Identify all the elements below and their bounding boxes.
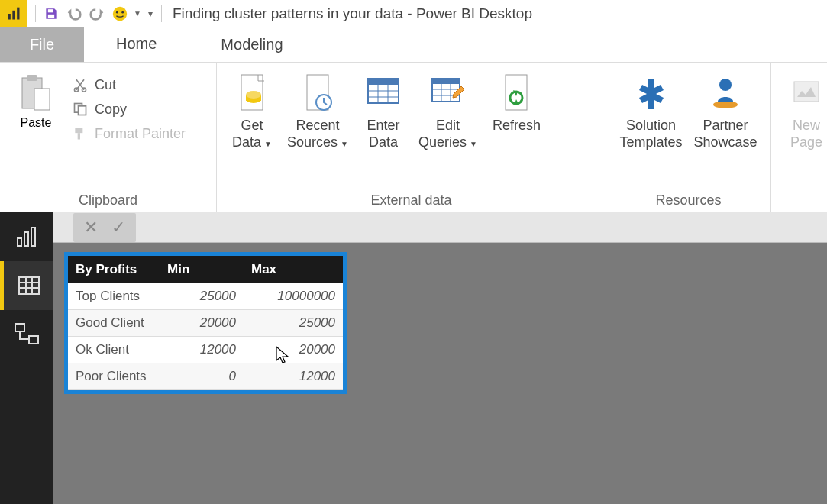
refresh-icon xyxy=(501,73,531,111)
report-view-icon xyxy=(15,225,39,249)
report-view-button[interactable] xyxy=(0,212,53,261)
external-data-group: Get Data▼ Recent Sources▼ Enter Data Edi… xyxy=(217,63,606,212)
cut-button[interactable]: Cut xyxy=(67,75,190,95)
cut-label: Cut xyxy=(95,77,116,93)
svg-rect-30 xyxy=(432,79,460,84)
save-icon xyxy=(44,6,59,21)
external-data-group-label: External data xyxy=(225,189,598,210)
svg-point-7 xyxy=(121,11,124,13)
qat-dropdown[interactable]: ▼ xyxy=(132,3,143,24)
svg-rect-47 xyxy=(15,324,24,331)
clipboard-group: Paste Cut Copy Format Painter Clipboard xyxy=(0,63,217,212)
svg-rect-4 xyxy=(48,14,54,17)
col-min[interactable]: Min xyxy=(160,256,244,283)
svg-point-37 xyxy=(719,79,732,91)
formula-bar[interactable]: ✕ ✓ xyxy=(53,212,827,243)
recent-sources-icon xyxy=(302,73,333,111)
cell-max[interactable]: 10000000 xyxy=(244,283,343,310)
formula-controls: ✕ ✓ xyxy=(73,213,136,242)
cell-label[interactable]: Poor Clients xyxy=(68,363,160,390)
paste-button[interactable]: Paste xyxy=(8,67,64,130)
svg-point-6 xyxy=(116,11,118,13)
undo-icon xyxy=(66,5,82,22)
solution-templates-button[interactable]: Solution Templates xyxy=(614,67,688,153)
app-logo xyxy=(0,0,27,27)
new-page-button[interactable]: New Page xyxy=(779,67,826,153)
col-max[interactable]: Max xyxy=(244,256,343,283)
get-data-button[interactable]: Get Data▼ xyxy=(225,67,279,153)
enter-data-button[interactable]: Enter Data xyxy=(356,67,411,153)
powerbi-icon xyxy=(6,6,21,21)
svg-rect-48 xyxy=(29,336,38,344)
file-tab[interactable]: File xyxy=(0,27,84,62)
cell-min[interactable]: 12000 xyxy=(160,337,244,363)
qat-divider xyxy=(35,5,36,22)
cut-icon xyxy=(72,76,89,93)
svg-rect-2 xyxy=(17,7,19,19)
table-row[interactable]: Ok Client1200020000 xyxy=(68,337,343,363)
cell-min[interactable]: 0 xyxy=(160,363,244,390)
qat-customize[interactable]: ▾ xyxy=(144,3,157,24)
workspace: ✕ ✓ By Profits Min Max Top Clients250001… xyxy=(0,212,827,504)
svg-point-5 xyxy=(113,6,127,20)
redo-icon xyxy=(89,5,105,22)
cell-label[interactable]: Ok Client xyxy=(68,337,160,363)
edit-queries-button[interactable]: Edit Queries▼ xyxy=(411,67,485,153)
cell-max[interactable]: 12000 xyxy=(244,363,343,390)
formula-cancel-icon[interactable]: ✕ xyxy=(84,218,98,237)
ribbon: Paste Cut Copy Format Painter Clipboard xyxy=(0,63,827,212)
data-canvas[interactable]: By Profits Min Max Top Clients2500010000… xyxy=(53,243,827,504)
format-painter-icon xyxy=(72,125,89,142)
data-table-visual[interactable]: By Profits Min Max Top Clients2500010000… xyxy=(64,252,347,394)
insert-group: New Page xyxy=(771,63,826,212)
data-view-button[interactable] xyxy=(0,261,53,310)
table-row[interactable]: Top Clients2500010000000 xyxy=(68,283,343,310)
get-data-icon xyxy=(237,73,267,111)
canvas-area: ✕ ✓ By Profits Min Max Top Clients250001… xyxy=(53,212,827,504)
cell-min[interactable]: 20000 xyxy=(160,310,244,337)
svg-rect-38 xyxy=(794,82,819,102)
redo-button[interactable] xyxy=(86,3,108,24)
svg-rect-14 xyxy=(79,106,86,115)
format-painter-label: Format Painter xyxy=(95,126,186,142)
svg-rect-3 xyxy=(48,9,53,12)
clipboard-group-label: Clipboard xyxy=(8,189,208,210)
save-button[interactable] xyxy=(40,3,62,24)
svg-rect-1 xyxy=(12,10,15,19)
recent-sources-button[interactable]: Recent Sources▼ xyxy=(279,67,356,153)
cell-max[interactable]: 25000 xyxy=(244,310,343,337)
modeling-tab[interactable]: Modeling xyxy=(189,27,315,62)
partner-showcase-icon xyxy=(709,76,742,109)
svg-rect-15 xyxy=(75,128,82,134)
cell-min[interactable]: 25000 xyxy=(160,283,244,310)
format-painter-button[interactable]: Format Painter xyxy=(67,124,190,144)
solution-templates-icon xyxy=(635,76,668,109)
formula-commit-icon[interactable]: ✓ xyxy=(111,218,125,237)
svg-rect-42 xyxy=(19,277,39,294)
smiley-button[interactable] xyxy=(109,3,131,24)
resources-group-label: Resources xyxy=(614,189,763,210)
copy-button[interactable]: Copy xyxy=(67,99,190,119)
undo-button[interactable] xyxy=(63,3,85,24)
view-rail xyxy=(0,212,53,504)
cell-max[interactable]: 20000 xyxy=(244,337,343,363)
svg-point-36 xyxy=(713,101,738,108)
smiley-icon xyxy=(111,5,128,22)
svg-rect-41 xyxy=(31,228,35,246)
svg-rect-10 xyxy=(34,89,50,110)
cell-label[interactable]: Top Clients xyxy=(68,283,160,310)
svg-rect-24 xyxy=(368,79,399,85)
table-row[interactable]: Good Client2000025000 xyxy=(68,310,343,337)
cell-label[interactable]: Good Client xyxy=(68,310,160,337)
paste-icon xyxy=(19,73,53,113)
qat-divider-2 xyxy=(161,5,162,22)
svg-rect-39 xyxy=(18,238,21,246)
home-tab[interactable]: Home xyxy=(84,27,189,62)
refresh-button[interactable]: Refresh xyxy=(485,67,548,153)
svg-rect-9 xyxy=(27,75,37,81)
table-row[interactable]: Poor Clients012000 xyxy=(68,363,343,390)
partner-showcase-button[interactable]: Partner Showcase xyxy=(688,67,763,153)
model-view-button[interactable] xyxy=(0,310,53,359)
new-page-icon xyxy=(791,77,822,108)
col-by-profits[interactable]: By Profits xyxy=(68,256,160,283)
